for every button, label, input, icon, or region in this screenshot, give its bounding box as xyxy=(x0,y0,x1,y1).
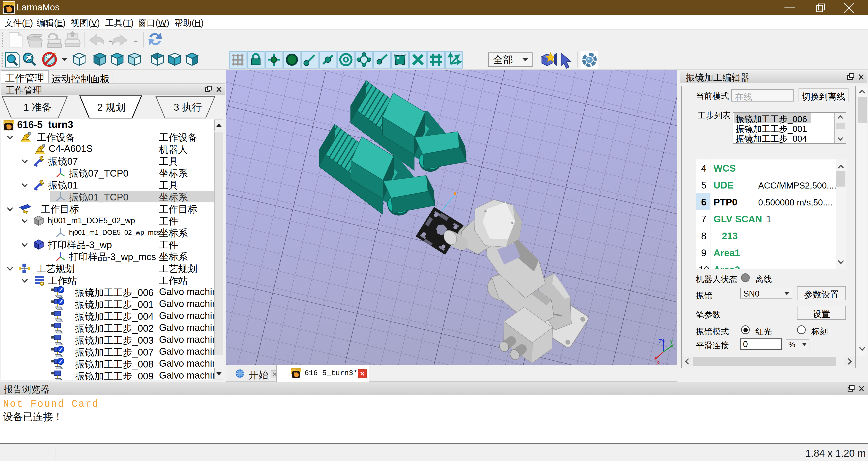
svg-text:全部: 全部 xyxy=(493,54,513,65)
svg-text:Y: Y xyxy=(670,338,673,345)
svg-text:Z: Z xyxy=(659,338,662,344)
svg-text:2 规划: 2 规划 xyxy=(97,101,125,113)
svg-text:X: X xyxy=(656,359,660,365)
svg-text:3 执行: 3 执行 xyxy=(174,101,202,113)
svg-text:1 准备: 1 准备 xyxy=(24,101,52,113)
